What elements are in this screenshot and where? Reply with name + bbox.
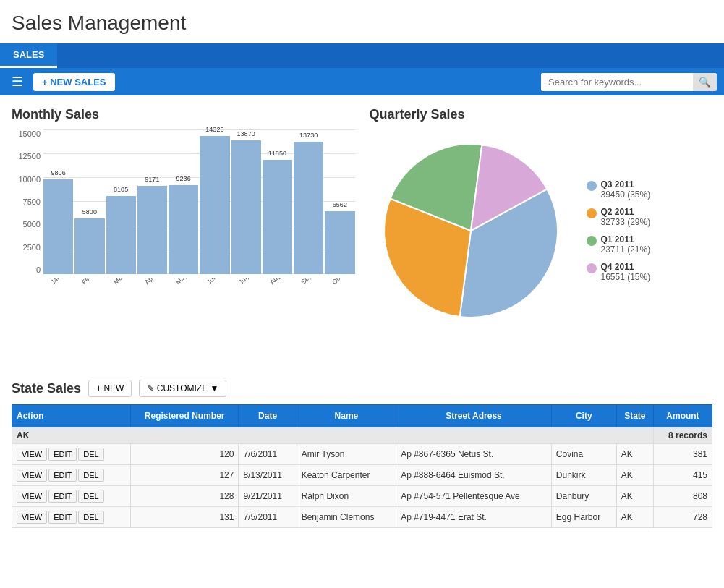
cell-1: 7/5/2011 xyxy=(239,507,297,528)
monthly-chart-title: Monthly Sales xyxy=(12,107,355,122)
col-state: State xyxy=(616,405,653,427)
legend-value-3: 16551 (15%) xyxy=(601,272,651,282)
edit-button[interactable]: EDIT xyxy=(48,511,77,524)
view-button[interactable]: VIEW xyxy=(17,511,47,524)
cell-1: 8/13/2011 xyxy=(239,465,297,486)
bar-value-3: 9171 xyxy=(145,176,159,183)
pie-container xyxy=(370,129,572,332)
bar-9: 6562 xyxy=(325,211,354,274)
group-records: 8 records xyxy=(653,427,712,444)
bar-value-2: 8105 xyxy=(114,186,128,193)
state-sales-section: State Sales + NEW ✎ CUSTOMIZE ▼ Action R… xyxy=(0,372,724,540)
table-header: Action Registered Number Date Name Stree… xyxy=(12,405,712,427)
del-button[interactable]: DEL xyxy=(78,448,103,461)
state-sales-title: State Sales xyxy=(12,381,81,396)
legend-value-1: 32733 (29%) xyxy=(601,217,651,227)
col-name: Name xyxy=(297,405,396,427)
legend-item-3: Q4 201116551 (15%) xyxy=(587,262,651,282)
table-row: VIEWEDITDEL1317/5/2011Benjamin ClemonsAp… xyxy=(12,507,712,528)
action-cell: VIEWEDITDEL xyxy=(12,444,131,465)
section-header: State Sales + NEW ✎ CUSTOMIZE ▼ xyxy=(12,380,712,397)
cell-0: 131 xyxy=(130,507,239,528)
col-reg-num: Registered Number xyxy=(130,405,239,427)
cell-0: 120 xyxy=(130,444,239,465)
customize-button[interactable]: ✎ CUSTOMIZE ▼ xyxy=(139,380,226,397)
del-button[interactable]: DEL xyxy=(78,490,103,503)
y-label-4: 10000 xyxy=(12,175,41,184)
edit-button[interactable]: EDIT xyxy=(48,469,77,482)
view-button[interactable]: VIEW xyxy=(17,469,47,482)
x-label-4: May 2011 xyxy=(174,278,198,286)
quarterly-chart-title: Quarterly Sales xyxy=(370,107,713,122)
cell-3: Ap #867-6365 Netus St. xyxy=(396,444,552,465)
y-label-2: 5000 xyxy=(12,220,41,229)
bar-value-1: 5800 xyxy=(82,208,97,216)
hamburger-button[interactable]: ☰ xyxy=(7,72,27,91)
col-amount: Amount xyxy=(653,405,712,427)
new-button[interactable]: + NEW xyxy=(88,380,132,397)
cell-5: AK xyxy=(616,444,653,465)
bar-value-5: 14326 xyxy=(205,126,223,133)
bar-0: 9806 xyxy=(43,179,73,274)
pie-svg xyxy=(370,129,572,332)
group-row: AK8 records xyxy=(12,427,712,444)
col-date: Date xyxy=(239,405,297,427)
cell-4: Covina xyxy=(551,444,616,465)
search-input[interactable] xyxy=(541,73,693,91)
del-button[interactable]: DEL xyxy=(78,511,103,524)
bar-8: 13730 xyxy=(294,142,323,274)
charts-section: Monthly Sales 15000 12500 10000 7500 500… xyxy=(0,95,724,372)
y-label-3: 7500 xyxy=(12,197,41,206)
y-label-5: 12500 xyxy=(12,152,41,161)
y-label-6: 15000 xyxy=(12,129,41,138)
legend-label-1: Q2 2011 xyxy=(601,207,651,217)
bar-5: 14326 xyxy=(200,136,229,274)
cell-4: Egg Harbor xyxy=(551,507,616,528)
search-button[interactable]: 🔍 xyxy=(693,73,717,91)
cell-5: AK xyxy=(616,465,653,486)
bar-4: 9236 xyxy=(169,185,198,274)
pie-legend: Q3 201139450 (35%)Q2 201132733 (29%)Q1 2… xyxy=(587,179,651,282)
y-label-0: 0 xyxy=(12,265,41,274)
x-label-6: July 2011 xyxy=(237,278,261,286)
y-label-1: 2500 xyxy=(12,243,41,252)
group-label: AK xyxy=(12,427,654,444)
legend-value-2: 23711 (21%) xyxy=(601,244,651,255)
quarterly-sales-chart: Quarterly Sales Q3 201139450 (35%)Q2 201… xyxy=(370,107,713,361)
bar-6: 13870 xyxy=(231,140,261,274)
edit-button[interactable]: EDIT xyxy=(48,448,77,461)
cell-2: Amir Tyson xyxy=(297,444,396,465)
legend-value-0: 39450 (35%) xyxy=(601,189,651,200)
legend-dot-3 xyxy=(587,263,597,273)
edit-button[interactable]: EDIT xyxy=(48,490,77,503)
x-label-5: June 2011 xyxy=(205,278,229,286)
legend-label-2: Q1 2011 xyxy=(601,234,651,244)
legend-item-2: Q1 201123711 (21%) xyxy=(587,234,651,255)
toolbar: ☰ + NEW SALES 🔍 xyxy=(0,68,724,95)
del-button[interactable]: DEL xyxy=(78,469,103,482)
legend-item-0: Q3 201139450 (35%) xyxy=(587,179,651,200)
cell-5: AK xyxy=(616,486,653,507)
cell-6: 415 xyxy=(653,465,712,486)
action-cell: VIEWEDITDEL xyxy=(12,465,131,486)
bar-value-8: 13730 xyxy=(299,132,318,139)
view-button[interactable]: VIEW xyxy=(17,448,47,461)
x-label-7: August 2011 xyxy=(268,278,292,286)
cell-2: Benjamin Clemons xyxy=(297,507,396,528)
cell-3: Ap #754-571 Pellentesque Ave xyxy=(396,486,552,507)
cell-4: Dunkirk xyxy=(551,465,616,486)
col-street: Street Adress xyxy=(396,405,552,427)
tab-sales[interactable]: SALES xyxy=(0,43,57,68)
legend-label-3: Q4 2011 xyxy=(601,262,651,272)
bar-7: 11850 xyxy=(263,160,292,274)
action-cell: VIEWEDITDEL xyxy=(12,486,131,507)
view-button[interactable]: VIEW xyxy=(17,490,47,503)
legend-item-1: Q2 201132733 (29%) xyxy=(587,207,651,227)
new-sales-button[interactable]: + NEW SALES xyxy=(33,73,115,91)
monthly-sales-chart: Monthly Sales 15000 12500 10000 7500 500… xyxy=(12,107,355,361)
table-body: AK8 recordsVIEWEDITDEL1207/6/2011Amir Ty… xyxy=(12,427,712,528)
cell-5: AK xyxy=(616,507,653,528)
cell-0: 127 xyxy=(130,465,239,486)
table-row: VIEWEDITDEL1278/13/2011Keaton CarpenterA… xyxy=(12,465,712,486)
cell-0: 128 xyxy=(130,486,239,507)
